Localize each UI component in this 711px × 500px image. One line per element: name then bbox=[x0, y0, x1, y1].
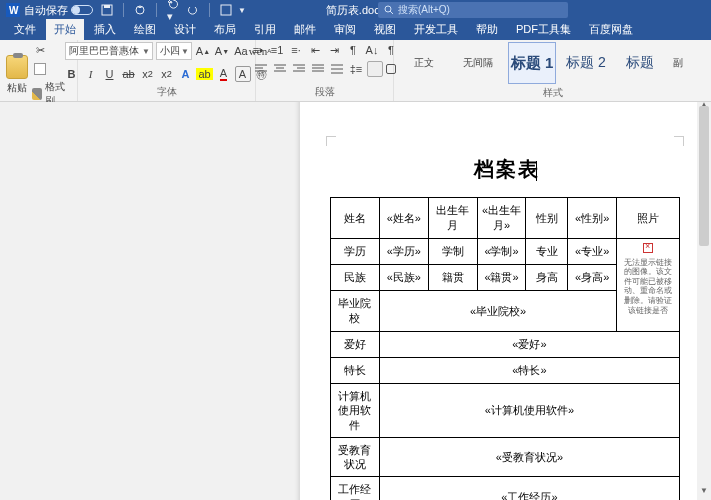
table-row[interactable]: 工作经历 «工作经历» bbox=[331, 477, 680, 500]
tab-baidu[interactable]: 百度网盘 bbox=[581, 19, 641, 40]
change-case-button[interactable]: Aa bbox=[233, 43, 249, 59]
italic-button[interactable]: I bbox=[83, 66, 99, 82]
cell-label[interactable]: 出生年月 bbox=[428, 198, 477, 239]
cell-merge-field[interactable]: «特长» bbox=[379, 358, 679, 384]
table-row[interactable]: 特长 «特长» bbox=[331, 358, 680, 384]
cell-label[interactable]: 学制 bbox=[428, 239, 477, 265]
table-row[interactable]: 计算机使用软件 «计算机使用软件» bbox=[331, 384, 680, 438]
scroll-thumb[interactable] bbox=[699, 106, 709, 246]
char-shading-button[interactable]: A bbox=[235, 66, 251, 82]
align-right-button[interactable] bbox=[291, 61, 307, 77]
numbering-button[interactable]: ≡1 bbox=[269, 42, 285, 58]
cell-merge-field[interactable]: «出生年月» bbox=[477, 198, 526, 239]
style-title[interactable]: 标题 bbox=[616, 42, 664, 84]
cell-merge-field[interactable]: «姓名» bbox=[379, 198, 428, 239]
tab-file[interactable]: 文件 bbox=[6, 19, 44, 40]
redo-icon[interactable] bbox=[187, 4, 199, 16]
bullets-button[interactable]: ≡• bbox=[250, 42, 266, 58]
font-color-button[interactable]: A bbox=[216, 66, 232, 82]
cell-label[interactable]: 身高 bbox=[526, 265, 568, 291]
cell-label[interactable]: 爱好 bbox=[331, 332, 380, 358]
table-row[interactable]: 学历 «学历» 学制 «学制» 专业 «专业» 无法显示链接的图像。该文件可能已… bbox=[331, 239, 680, 265]
line-spacing-button[interactable]: ‡≡ bbox=[348, 61, 364, 77]
cell-merge-field[interactable]: «工作经历» bbox=[379, 477, 679, 500]
undo-icon[interactable]: ▾ bbox=[167, 0, 181, 23]
underline-button[interactable]: U bbox=[102, 66, 118, 82]
sort-button[interactable]: A↓ bbox=[364, 42, 380, 58]
cell-label[interactable]: 学历 bbox=[331, 239, 380, 265]
align-left-button[interactable] bbox=[253, 61, 269, 77]
table-row[interactable]: 姓名 «姓名» 出生年月 «出生年月» 性别 «性别» 照片 bbox=[331, 198, 680, 239]
highlight-button[interactable]: ab bbox=[197, 66, 213, 82]
sync-icon[interactable] bbox=[134, 4, 146, 16]
cell-merge-field[interactable]: «受教育状况» bbox=[379, 437, 679, 477]
tab-home[interactable]: 开始 bbox=[46, 19, 84, 40]
tab-layout[interactable]: 布局 bbox=[206, 19, 244, 40]
cell-label[interactable]: 专业 bbox=[526, 239, 568, 265]
cell-label[interactable]: 姓名 bbox=[331, 198, 380, 239]
shading-button[interactable] bbox=[367, 61, 383, 77]
font-size-combo[interactable]: 小四▼ bbox=[156, 42, 192, 60]
cell-merge-field[interactable]: «民族» bbox=[379, 265, 428, 291]
cell-merge-field[interactable]: «爱好» bbox=[379, 332, 679, 358]
cell-label[interactable]: 毕业院校 bbox=[331, 291, 380, 332]
bold-button[interactable]: B bbox=[64, 66, 80, 82]
cell-label[interactable]: 性别 bbox=[526, 198, 568, 239]
grow-font-button[interactable]: A▲ bbox=[195, 43, 211, 59]
tab-draw[interactable]: 绘图 bbox=[126, 19, 164, 40]
superscript-button[interactable]: x2 bbox=[159, 66, 175, 82]
ltr-button[interactable]: ¶ bbox=[345, 42, 361, 58]
cell-merge-field[interactable]: «性别» bbox=[568, 198, 617, 239]
profile-table[interactable]: 姓名 «姓名» 出生年月 «出生年月» 性别 «性别» 照片 学历 «学历» 学… bbox=[330, 197, 680, 500]
tab-view[interactable]: 视图 bbox=[366, 19, 404, 40]
tab-mailings[interactable]: 邮件 bbox=[286, 19, 324, 40]
save-icon[interactable] bbox=[101, 4, 113, 16]
cell-merge-field[interactable]: «毕业院校» bbox=[379, 291, 616, 332]
font-name-combo[interactable]: 阿里巴巴普惠体▼ bbox=[65, 42, 153, 60]
decrease-indent-button[interactable]: ⇤ bbox=[307, 42, 323, 58]
table-row[interactable]: 受教育状况 «受教育状况» bbox=[331, 437, 680, 477]
cell-photo-placeholder[interactable]: 无法显示链接的图像。该文件可能已被移动、重命名或删除。请验证该链接是否 bbox=[617, 239, 680, 332]
vertical-scrollbar[interactable]: ▲ ▼ bbox=[697, 102, 711, 500]
distribute-button[interactable] bbox=[329, 61, 345, 77]
cell-merge-field[interactable]: «专业» bbox=[568, 239, 617, 265]
tab-insert[interactable]: 插入 bbox=[86, 19, 124, 40]
subscript-button[interactable]: x2 bbox=[140, 66, 156, 82]
cell-label[interactable]: 计算机使用软件 bbox=[331, 384, 380, 438]
align-center-button[interactable] bbox=[272, 61, 288, 77]
document-canvas[interactable]: 档案表 姓名 «姓名» 出生年月 «出生年月» 性别 «性别» 照片 学历 « bbox=[0, 102, 711, 500]
increase-indent-button[interactable]: ⇥ bbox=[326, 42, 342, 58]
tab-review[interactable]: 审阅 bbox=[326, 19, 364, 40]
multilevel-button[interactable]: ≡· bbox=[288, 42, 304, 58]
document-title[interactable]: 档案表 bbox=[330, 142, 680, 197]
text-effects-button[interactable]: A bbox=[178, 66, 194, 82]
cell-photo-label[interactable]: 照片 bbox=[617, 198, 680, 239]
qat-more-icon[interactable] bbox=[220, 4, 232, 16]
tab-pdf[interactable]: PDF工具集 bbox=[508, 19, 579, 40]
autosave-toggle[interactable]: 自动保存 bbox=[24, 3, 93, 18]
cell-merge-field[interactable]: «籍贯» bbox=[477, 265, 526, 291]
style-no-spacing[interactable]: 无间隔 bbox=[454, 42, 502, 84]
cell-merge-field[interactable]: «学制» bbox=[477, 239, 526, 265]
cell-merge-field[interactable]: «计算机使用软件» bbox=[379, 384, 679, 438]
cell-label[interactable]: 民族 bbox=[331, 265, 380, 291]
cell-merge-field[interactable]: «学历» bbox=[379, 239, 428, 265]
shrink-font-button[interactable]: A▼ bbox=[214, 43, 230, 59]
tab-help[interactable]: 帮助 bbox=[468, 19, 506, 40]
cell-label[interactable]: 籍贯 bbox=[428, 265, 477, 291]
style-normal[interactable]: 正文 bbox=[400, 42, 448, 84]
strikethrough-button[interactable]: ab bbox=[121, 66, 137, 82]
justify-button[interactable] bbox=[310, 61, 326, 77]
cell-merge-field[interactable]: «身高» bbox=[568, 265, 617, 291]
qat-dropdown-icon[interactable]: ▼ bbox=[238, 6, 246, 15]
style-subtitle-cut[interactable]: 副 bbox=[670, 42, 686, 84]
cell-label[interactable]: 特长 bbox=[331, 358, 380, 384]
tab-developer[interactable]: 开发工具 bbox=[406, 19, 466, 40]
cell-label[interactable]: 工作经历 bbox=[331, 477, 380, 500]
table-row[interactable]: 爱好 «爱好» bbox=[331, 332, 680, 358]
tell-me-search[interactable]: 搜索(Alt+Q) bbox=[378, 2, 568, 18]
cell-label[interactable]: 受教育状况 bbox=[331, 437, 380, 477]
paste-button[interactable]: 粘贴 bbox=[6, 55, 28, 95]
scroll-down-icon[interactable]: ▼ bbox=[697, 486, 711, 500]
style-heading1[interactable]: 标题 1 bbox=[508, 42, 556, 84]
